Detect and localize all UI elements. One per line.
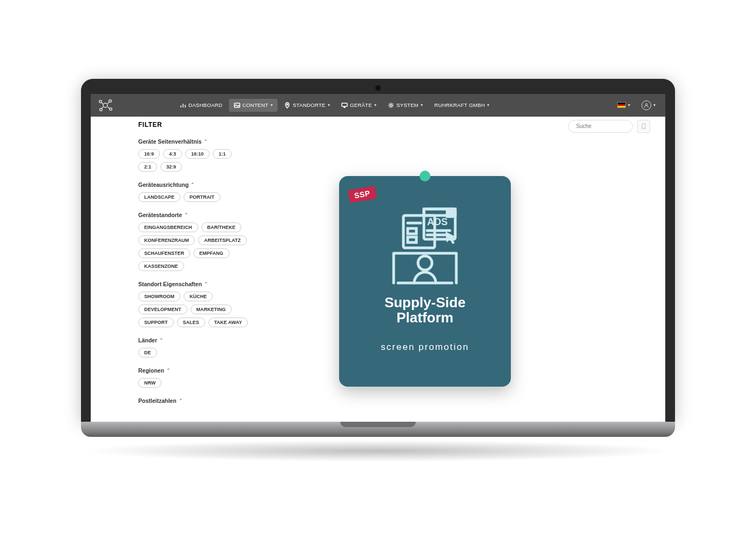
section-label-text: Regionen bbox=[138, 367, 164, 374]
chip[interactable]: 2:1 bbox=[138, 162, 157, 172]
user-menu[interactable]: ▾ bbox=[638, 98, 659, 112]
chevron-up-icon: ⌃ bbox=[184, 212, 188, 218]
nav-geraete[interactable]: GERÄTE ▾ bbox=[336, 99, 381, 112]
chip[interactable]: KASSENZONE bbox=[138, 261, 184, 271]
svg-rect-11 bbox=[342, 103, 347, 106]
card-illustration: ADS bbox=[382, 199, 468, 288]
filter-panel: FILTER Geräte Seitenverhältnis ⌃ 16:9 4:… bbox=[91, 117, 258, 422]
gear-icon bbox=[388, 102, 394, 109]
nav-right: ▾ ▾ bbox=[614, 98, 659, 112]
svg-point-13 bbox=[645, 103, 647, 105]
chip[interactable]: SUPPORT bbox=[138, 318, 174, 327]
nav-label: GERÄTE bbox=[350, 102, 372, 108]
svg-line-7 bbox=[107, 107, 110, 109]
language-selector[interactable]: ▾ bbox=[614, 100, 633, 110]
laptop-base-notch bbox=[340, 422, 416, 427]
laptop-mockup: DASHBOARD CONTENT ▾ STANDORTE ▾ GER bbox=[81, 79, 675, 462]
chip[interactable]: BAR/THEKE bbox=[201, 222, 242, 232]
app-logo[interactable] bbox=[97, 97, 173, 113]
card-title-line2: Platform bbox=[396, 309, 453, 326]
section-postcodes[interactable]: Postleitzahlen ⌃ bbox=[138, 397, 248, 404]
chevron-down-icon: ▾ bbox=[328, 103, 330, 107]
chip[interactable]: TAKE AWAY bbox=[208, 318, 248, 327]
card-title-line1: Supply-Side bbox=[384, 294, 465, 310]
chip[interactable]: 1:1 bbox=[213, 149, 232, 159]
chevron-down-icon: ▾ bbox=[421, 103, 423, 107]
content-area: SSP bbox=[258, 117, 665, 422]
bars-icon bbox=[180, 102, 186, 109]
section-location-props[interactable]: Standort Eigenschaften ⌃ bbox=[138, 281, 248, 287]
top-nav: DASHBOARD CONTENT ▾ STANDORTE ▾ GER bbox=[91, 94, 665, 117]
chevron-down-icon: ▾ bbox=[653, 103, 656, 107]
chip[interactable]: 16:9 bbox=[138, 149, 160, 159]
section-aspect[interactable]: Geräte Seitenverhältnis ⌃ bbox=[138, 138, 248, 145]
laptop-base bbox=[81, 422, 675, 437]
nav-label: RUHRKRAFT GMBH bbox=[434, 102, 485, 108]
section-label-text: Postleitzahlen bbox=[138, 397, 177, 404]
chevron-up-icon: ⌃ bbox=[159, 338, 164, 343]
chip[interactable]: 16:10 bbox=[185, 149, 210, 159]
section-label-text: Geräte Seitenverhältnis bbox=[138, 138, 201, 145]
pin-icon bbox=[284, 102, 291, 109]
svg-point-14 bbox=[418, 256, 432, 270]
chip[interactable]: 32:9 bbox=[160, 162, 182, 172]
chevron-up-icon: ⌃ bbox=[166, 368, 171, 373]
nav-dashboard[interactable]: DASHBOARD bbox=[175, 99, 227, 112]
chip[interactable]: DE bbox=[138, 348, 157, 357]
chevron-down-icon: ▾ bbox=[374, 103, 376, 107]
section-regions[interactable]: Regionen ⌃ bbox=[138, 367, 248, 374]
ssp-badge: SSP bbox=[348, 185, 376, 202]
nav-label: DASHBOARD bbox=[188, 102, 222, 108]
section-countries[interactable]: Länder ⌃ bbox=[138, 337, 248, 343]
nav-system[interactable]: SYSTEM ▾ bbox=[383, 99, 428, 112]
chips-location-props: SHOWROOM KÜCHE DEVELOPMENT MARKETING SUP… bbox=[138, 292, 248, 327]
chip[interactable]: 4:3 bbox=[163, 149, 182, 159]
chip[interactable]: DEVELOPMENT bbox=[138, 305, 187, 314]
chip[interactable]: NRW bbox=[138, 378, 161, 388]
svg-point-2 bbox=[109, 99, 112, 102]
section-device-locations[interactable]: Gerätestandorte ⌃ bbox=[138, 212, 248, 218]
svg-point-10 bbox=[287, 104, 288, 105]
section-label-text: Geräteausrichtung bbox=[138, 181, 188, 188]
nav-content[interactable]: CONTENT ▾ bbox=[229, 99, 278, 112]
chips-regions: NRW bbox=[138, 378, 248, 388]
nav-company[interactable]: RUHRKRAFT GMBH ▾ bbox=[429, 99, 494, 112]
search-button[interactable] bbox=[637, 120, 650, 133]
ssp-card[interactable]: SSP bbox=[339, 176, 511, 387]
chevron-up-icon: ⌃ bbox=[204, 139, 208, 144]
svg-rect-17 bbox=[408, 228, 416, 234]
chip[interactable]: SCHAUFENSTER bbox=[138, 248, 190, 258]
chip[interactable]: SALES bbox=[177, 318, 205, 327]
filter-title: FILTER bbox=[138, 121, 248, 129]
chevron-down-icon: ▾ bbox=[487, 103, 489, 107]
svg-rect-18 bbox=[408, 237, 416, 242]
card-subtitle: screen promotion bbox=[381, 342, 469, 353]
nav-items: DASHBOARD CONTENT ▾ STANDORTE ▾ GER bbox=[175, 99, 494, 112]
image-icon bbox=[234, 102, 240, 109]
chip[interactable]: EINGANGSBEREICH bbox=[138, 222, 198, 232]
chevron-down-icon: ▾ bbox=[628, 103, 630, 107]
chip[interactable]: EMPFANG bbox=[193, 248, 230, 258]
user-icon bbox=[642, 100, 651, 110]
chip[interactable]: KONFERENZRAUM bbox=[138, 235, 195, 245]
chip[interactable]: LANDSCAPE bbox=[138, 192, 180, 202]
section-orientation[interactable]: Geräteausrichtung ⌃ bbox=[138, 181, 248, 188]
svg-line-6 bbox=[107, 102, 109, 104]
chip[interactable]: KÜCHE bbox=[184, 292, 213, 301]
search-row bbox=[258, 120, 650, 133]
nav-label: STANDORTE bbox=[293, 102, 325, 108]
nav-standorte[interactable]: STANDORTE ▾ bbox=[279, 99, 335, 112]
bookmark-icon bbox=[640, 123, 647, 130]
ads-text: ADS bbox=[427, 217, 448, 227]
chips-aspect: 16:9 4:3 16:10 1:1 2:1 32:9 bbox=[138, 149, 248, 172]
chips-countries: DE bbox=[138, 348, 248, 357]
chips-orientation: LANDSCAPE PORTRAIT bbox=[138, 192, 248, 202]
chip[interactable]: MARKETING bbox=[191, 305, 232, 314]
svg-line-5 bbox=[102, 103, 103, 104]
chip[interactable]: ARBEITSPLATZ bbox=[198, 235, 247, 245]
chip[interactable]: SHOWROOM bbox=[138, 292, 180, 301]
section-label-text: Gerätestandorte bbox=[138, 212, 182, 218]
chip[interactable]: PORTRAIT bbox=[184, 192, 220, 202]
monitor-icon bbox=[341, 102, 348, 109]
search-input[interactable] bbox=[568, 120, 633, 133]
